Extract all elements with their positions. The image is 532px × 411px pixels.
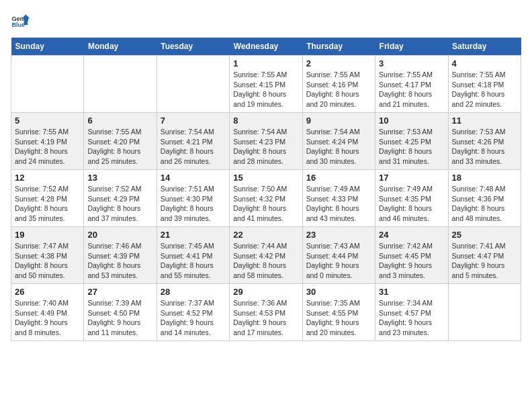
day-number: 7 — [161, 116, 226, 126]
day-number: 13 — [87, 173, 152, 183]
day-info: Sunrise: 7:36 AM Sunset: 4:53 PM Dayligh… — [233, 298, 298, 338]
calendar-cell: 20Sunrise: 7:46 AM Sunset: 4:39 PM Dayli… — [84, 227, 157, 284]
day-info: Sunrise: 7:55 AM Sunset: 4:19 PM Dayligh… — [15, 127, 80, 167]
calendar-cell: 7Sunrise: 7:54 AM Sunset: 4:21 PM Daylig… — [157, 113, 229, 170]
day-number: 10 — [379, 116, 444, 126]
weekday-header-row: SundayMondayTuesdayWednesdayThursdayFrid… — [11, 38, 521, 56]
day-info: Sunrise: 7:55 AM Sunset: 4:20 PM Dayligh… — [87, 127, 152, 167]
calendar-cell — [11, 56, 84, 113]
calendar-cell: 28Sunrise: 7:37 AM Sunset: 4:52 PM Dayli… — [157, 284, 229, 341]
weekday-saturday: Saturday — [448, 38, 521, 56]
calendar-cell: 8Sunrise: 7:54 AM Sunset: 4:23 PM Daylig… — [230, 113, 302, 170]
week-row-5: 26Sunrise: 7:40 AM Sunset: 4:49 PM Dayli… — [11, 284, 521, 341]
calendar-cell: 17Sunrise: 7:49 AM Sunset: 4:35 PM Dayli… — [375, 170, 448, 227]
calendar-cell: 29Sunrise: 7:36 AM Sunset: 4:53 PM Dayli… — [230, 284, 302, 341]
day-number: 3 — [379, 58, 444, 68]
calendar-cell: 13Sunrise: 7:52 AM Sunset: 4:29 PM Dayli… — [84, 170, 157, 227]
week-row-3: 12Sunrise: 7:52 AM Sunset: 4:28 PM Dayli… — [11, 170, 521, 227]
calendar-cell: 27Sunrise: 7:39 AM Sunset: 4:50 PM Dayli… — [84, 284, 157, 341]
header: General Blue — [11, 11, 521, 30]
day-info: Sunrise: 7:52 AM Sunset: 4:29 PM Dayligh… — [87, 184, 152, 224]
day-info: Sunrise: 7:49 AM Sunset: 4:33 PM Dayligh… — [306, 184, 371, 224]
day-info: Sunrise: 7:53 AM Sunset: 4:26 PM Dayligh… — [452, 127, 517, 167]
calendar-cell: 16Sunrise: 7:49 AM Sunset: 4:33 PM Dayli… — [302, 170, 375, 227]
calendar-cell: 2Sunrise: 7:55 AM Sunset: 4:16 PM Daylig… — [302, 56, 375, 113]
day-info: Sunrise: 7:41 AM Sunset: 4:47 PM Dayligh… — [452, 241, 517, 281]
calendar-cell: 15Sunrise: 7:50 AM Sunset: 4:32 PM Dayli… — [230, 170, 302, 227]
week-row-2: 5Sunrise: 7:55 AM Sunset: 4:19 PM Daylig… — [11, 113, 521, 170]
day-info: Sunrise: 7:53 AM Sunset: 4:25 PM Dayligh… — [379, 127, 444, 167]
day-number: 27 — [87, 287, 152, 297]
calendar-cell: 23Sunrise: 7:43 AM Sunset: 4:44 PM Dayli… — [302, 227, 375, 284]
day-number: 22 — [233, 230, 298, 240]
calendar-cell: 5Sunrise: 7:55 AM Sunset: 4:19 PM Daylig… — [11, 113, 84, 170]
svg-text:Blue: Blue — [11, 21, 25, 28]
day-info: Sunrise: 7:55 AM Sunset: 4:15 PM Dayligh… — [233, 70, 298, 109]
day-number: 20 — [87, 230, 152, 240]
day-number: 11 — [452, 116, 517, 126]
day-info: Sunrise: 7:54 AM Sunset: 4:23 PM Dayligh… — [233, 127, 298, 167]
day-number: 31 — [379, 287, 444, 297]
day-number: 1 — [233, 58, 298, 68]
week-row-1: 1Sunrise: 7:55 AM Sunset: 4:15 PM Daylig… — [11, 56, 521, 113]
day-info: Sunrise: 7:55 AM Sunset: 4:18 PM Dayligh… — [452, 70, 517, 109]
day-number: 2 — [306, 58, 371, 68]
day-info: Sunrise: 7:49 AM Sunset: 4:35 PM Dayligh… — [379, 184, 444, 224]
calendar-cell: 4Sunrise: 7:55 AM Sunset: 4:18 PM Daylig… — [448, 56, 521, 113]
day-number: 8 — [233, 116, 298, 126]
calendar-cell: 22Sunrise: 7:44 AM Sunset: 4:42 PM Dayli… — [230, 227, 302, 284]
day-info: Sunrise: 7:39 AM Sunset: 4:50 PM Dayligh… — [87, 298, 152, 338]
calendar-cell: 11Sunrise: 7:53 AM Sunset: 4:26 PM Dayli… — [448, 113, 521, 170]
weekday-sunday: Sunday — [11, 38, 84, 56]
calendar-cell — [84, 56, 157, 113]
day-number: 17 — [379, 173, 444, 183]
day-info: Sunrise: 7:34 AM Sunset: 4:57 PM Dayligh… — [379, 298, 444, 338]
day-info: Sunrise: 7:48 AM Sunset: 4:36 PM Dayligh… — [452, 184, 517, 224]
day-number: 23 — [306, 230, 371, 240]
day-info: Sunrise: 7:50 AM Sunset: 4:32 PM Dayligh… — [233, 184, 298, 224]
day-number: 14 — [161, 173, 226, 183]
calendar-cell: 12Sunrise: 7:52 AM Sunset: 4:28 PM Dayli… — [11, 170, 84, 227]
calendar-cell: 6Sunrise: 7:55 AM Sunset: 4:20 PM Daylig… — [84, 113, 157, 170]
day-info: Sunrise: 7:40 AM Sunset: 4:49 PM Dayligh… — [15, 298, 80, 338]
calendar-cell: 26Sunrise: 7:40 AM Sunset: 4:49 PM Dayli… — [11, 284, 84, 341]
weekday-tuesday: Tuesday — [157, 38, 229, 56]
weekday-wednesday: Wednesday — [230, 38, 302, 56]
day-number: 29 — [233, 287, 298, 297]
day-info: Sunrise: 7:55 AM Sunset: 4:17 PM Dayligh… — [379, 70, 444, 109]
calendar-cell: 19Sunrise: 7:47 AM Sunset: 4:38 PM Dayli… — [11, 227, 84, 284]
day-number: 21 — [161, 230, 226, 240]
day-info: Sunrise: 7:43 AM Sunset: 4:44 PM Dayligh… — [306, 241, 371, 281]
day-number: 15 — [233, 173, 298, 183]
weekday-monday: Monday — [84, 38, 157, 56]
day-number: 24 — [379, 230, 444, 240]
calendar-cell: 24Sunrise: 7:42 AM Sunset: 4:45 PM Dayli… — [375, 227, 448, 284]
day-info: Sunrise: 7:45 AM Sunset: 4:41 PM Dayligh… — [161, 241, 226, 281]
day-info: Sunrise: 7:44 AM Sunset: 4:42 PM Dayligh… — [233, 241, 298, 281]
calendar-cell: 25Sunrise: 7:41 AM Sunset: 4:47 PM Dayli… — [448, 227, 521, 284]
calendar-cell: 9Sunrise: 7:54 AM Sunset: 4:24 PM Daylig… — [302, 113, 375, 170]
weekday-friday: Friday — [375, 38, 448, 56]
calendar-cell: 10Sunrise: 7:53 AM Sunset: 4:25 PM Dayli… — [375, 113, 448, 170]
day-info: Sunrise: 7:47 AM Sunset: 4:38 PM Dayligh… — [15, 241, 80, 281]
day-info: Sunrise: 7:42 AM Sunset: 4:45 PM Dayligh… — [379, 241, 444, 281]
week-row-4: 19Sunrise: 7:47 AM Sunset: 4:38 PM Dayli… — [11, 227, 521, 284]
day-info: Sunrise: 7:51 AM Sunset: 4:30 PM Dayligh… — [161, 184, 226, 224]
day-number: 30 — [306, 287, 371, 297]
logo: General Blue — [11, 11, 30, 30]
calendar-cell: 14Sunrise: 7:51 AM Sunset: 4:30 PM Dayli… — [157, 170, 229, 227]
day-info: Sunrise: 7:52 AM Sunset: 4:28 PM Dayligh… — [15, 184, 80, 224]
day-info: Sunrise: 7:55 AM Sunset: 4:16 PM Dayligh… — [306, 70, 371, 109]
day-info: Sunrise: 7:37 AM Sunset: 4:52 PM Dayligh… — [161, 298, 226, 338]
day-number: 12 — [15, 173, 80, 183]
day-info: Sunrise: 7:35 AM Sunset: 4:55 PM Dayligh… — [306, 298, 371, 338]
calendar-cell: 30Sunrise: 7:35 AM Sunset: 4:55 PM Dayli… — [302, 284, 375, 341]
day-number: 9 — [306, 116, 371, 126]
day-number: 6 — [87, 116, 152, 126]
calendar-cell: 21Sunrise: 7:45 AM Sunset: 4:41 PM Dayli… — [157, 227, 229, 284]
day-number: 26 — [15, 287, 80, 297]
day-number: 16 — [306, 173, 371, 183]
day-info: Sunrise: 7:54 AM Sunset: 4:24 PM Dayligh… — [306, 127, 371, 167]
calendar-cell: 3Sunrise: 7:55 AM Sunset: 4:17 PM Daylig… — [375, 56, 448, 113]
calendar-cell: 1Sunrise: 7:55 AM Sunset: 4:15 PM Daylig… — [230, 56, 302, 113]
